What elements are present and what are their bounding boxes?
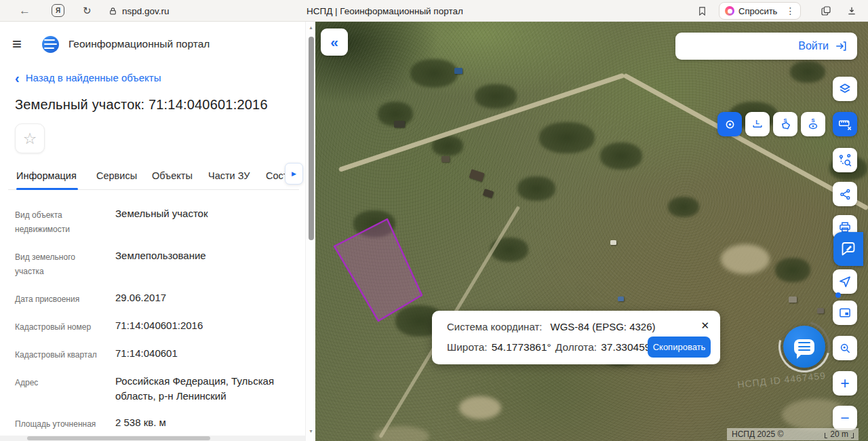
attribution-text: НСПД 2025 © [732, 429, 783, 439]
tabs-scroll-right-button[interactable]: ▶ [285, 163, 303, 185]
latitude-label: Широта: [447, 341, 488, 353]
map-attribution-bar: НСПД 2025 © 20 m [727, 428, 859, 440]
login-button[interactable]: Войти [675, 33, 857, 60]
zoom-out-button[interactable]: − [833, 406, 857, 430]
field-label: Вид земельного участка [15, 248, 115, 279]
field-value: 2 538 кв. м [115, 415, 186, 432]
field-value: 71:14:040601 [115, 346, 198, 362]
scrollbar-thumb[interactable] [27, 436, 210, 440]
coord-system-label: Система координат: [447, 321, 542, 332]
scroll-down-icon[interactable]: ▾ [306, 428, 315, 434]
notification-dot [835, 292, 841, 298]
field-value: Землепользование [115, 248, 226, 279]
browser-bar: ← Я ↻ nspd.gov.ru НСПД | Геоинформационн… [0, 0, 868, 22]
field-value: Земельный участок [115, 206, 229, 237]
chat-bubble-icon [794, 339, 814, 355]
menu-icon[interactable]: ≡ [8, 37, 26, 52]
scale-tick [851, 433, 854, 438]
app-title: Геоинформационный портал [68, 38, 210, 50]
route-search-icon [838, 153, 852, 168]
sidebar-vertical-scrollbar[interactable]: ▴ ▾ [305, 22, 315, 441]
search-locate-icon [838, 341, 852, 355]
tab-objects[interactable]: Объекты [152, 170, 193, 189]
measure-area-ellipse-button[interactable]: S [801, 112, 825, 136]
url-field[interactable]: nspd.gov.ru [122, 0, 170, 22]
back-link[interactable]: ‹ Назад в найденные объекты [15, 72, 299, 83]
map-canvas[interactable]: НСПД ID 4467459 « Войти L S S [315, 22, 868, 441]
longitude-label: Долгота: [555, 341, 597, 353]
download-icon[interactable] [846, 0, 857, 22]
info-fields: Вид объекта недвижимости Земельный участ… [8, 190, 299, 441]
sidebar-header: ≡ Геоинформационный портал [8, 34, 299, 54]
chevron-right-icon: ▶ [292, 170, 296, 177]
field-row: Вид земельного участка Землепользование [15, 248, 299, 279]
back-link-label: Назад в найденные объекты [26, 72, 161, 83]
sidebar: ≡ Геоинформационный портал ‹ Назад в най… [0, 22, 315, 441]
area-polygon-icon: S [778, 117, 792, 131]
overview-map-button[interactable] [833, 301, 857, 325]
field-label: Дата присвоения [15, 290, 115, 307]
field-label: Кадастровый квартал [15, 346, 115, 362]
scrollbar-thumb[interactable] [309, 37, 314, 240]
measure-tool-button[interactable] [833, 112, 857, 136]
navigation-arrow-icon [838, 275, 852, 288]
measure-area-polygon-button[interactable]: S [773, 112, 797, 136]
measure-length-button[interactable]: L [745, 112, 770, 136]
sidebar-horizontal-scrollbar[interactable] [0, 436, 305, 441]
layers-button[interactable] [833, 77, 857, 101]
field-row: Адрес Российская Федерация, Тульская обл… [15, 374, 299, 404]
feedback-pen-icon [840, 241, 856, 257]
favorite-button[interactable]: ☆ [15, 123, 45, 153]
star-icon: ☆ [23, 130, 37, 148]
field-row: Дата присвоения 29.06.2017 [15, 290, 299, 307]
minus-icon: − [840, 409, 849, 427]
page-tab-title: НСПД | Геоинформационный портал [307, 0, 463, 22]
field-row: Кадастровый квартал 71:14:040601 [15, 346, 299, 362]
ask-label: Спросить [738, 6, 777, 16]
chat-widget-button[interactable] [783, 326, 825, 368]
bookmark-icon[interactable] [697, 0, 707, 22]
tab-panels-icon[interactable] [821, 0, 831, 22]
share-button[interactable] [833, 182, 857, 206]
double-chevron-left-icon: « [330, 34, 338, 50]
route-search-button[interactable] [833, 148, 857, 172]
field-label: Площадь уточненная [15, 415, 115, 432]
measure-point-button[interactable] [717, 112, 742, 136]
plus-icon: + [840, 375, 849, 393]
login-label: Войти [798, 40, 829, 52]
close-icon[interactable]: ✕ [701, 320, 709, 332]
svg-text:S: S [811, 117, 814, 123]
tab-information[interactable]: Информация [16, 170, 77, 189]
zoom-in-button[interactable]: + [833, 371, 857, 396]
coordinates-popup: Система координат: WGS-84 (EPSG: 4326) ✕… [432, 311, 720, 364]
screen: ← Я ↻ nspd.gov.ru НСПД | Геоинформационн… [0, 0, 868, 441]
tab-services[interactable]: Сервисы [96, 170, 137, 189]
nspd-logo [42, 36, 59, 53]
field-label: Вид объекта недвижимости [15, 206, 115, 237]
scale-bar: 20 m [825, 430, 854, 438]
field-row: Кадастровый номер 71:14:040601:2016 [15, 318, 299, 334]
copy-coordinates-button[interactable]: Скопировать [648, 337, 711, 358]
layers-icon [838, 82, 852, 96]
coordinate-search-button[interactable] [833, 336, 857, 360]
field-value: 29.06.2017 [115, 290, 186, 307]
sidebar-collapse-button[interactable]: « [321, 28, 348, 56]
refresh-icon[interactable]: ↻ [83, 0, 92, 22]
length-icon: L [751, 117, 764, 131]
object-title: Земельный участок: 71:14:040601:2016 [15, 97, 299, 113]
tab-parcel-parts[interactable]: Части ЗУ [208, 170, 250, 189]
field-row: Площадь уточненная 2 538 кв. м [15, 415, 299, 432]
chevron-left-icon: ‹ [15, 73, 20, 83]
scale-tick [825, 433, 827, 438]
ask-button[interactable]: Спросить ⋮ [719, 2, 801, 20]
lock-icon[interactable] [108, 0, 117, 22]
browser-back-icon[interactable]: ← [19, 0, 31, 22]
browser-logo-icon[interactable]: Я [52, 4, 64, 17]
field-value: 71:14:040601:2016 [115, 318, 223, 334]
coord-system-value: WGS-84 (EPSG: 4326) [550, 321, 655, 332]
locate-me-button[interactable] [833, 269, 857, 294]
tab-bar: Информация Сервисы Объекты Части ЗУ Сост… [8, 166, 299, 190]
kebab-icon[interactable]: ⋮ [785, 5, 795, 16]
scroll-up-icon[interactable]: ▴ [306, 24, 315, 31]
feedback-button[interactable] [833, 232, 863, 266]
